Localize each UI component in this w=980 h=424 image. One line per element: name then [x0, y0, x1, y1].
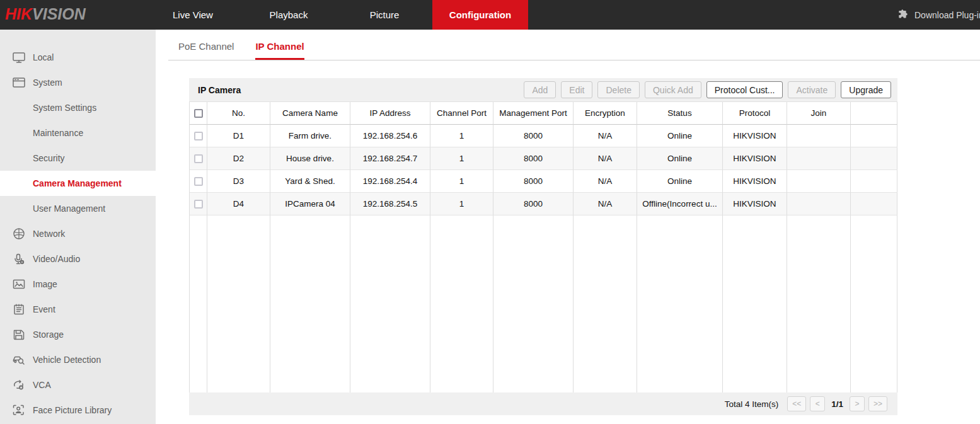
sidebar-item-video-audio[interactable]: Video/Audio: [0, 246, 156, 272]
table-row-d2[interactable]: D2House drive.192.168.254.718000N/AOnlin…: [189, 147, 897, 170]
logo-hik: HIK: [5, 5, 32, 23]
sidebar-item-network[interactable]: Network: [0, 221, 156, 246]
cell-protocol: HIKVISION: [723, 193, 787, 215]
globe-icon: [12, 227, 26, 240]
sidebar-item-label: Storage: [33, 329, 64, 340]
sidebar-item-label: Video/Audio: [33, 254, 80, 264]
sidebar-item-storage[interactable]: Storage: [0, 322, 156, 347]
cell-camera-name: Farm drive.: [270, 125, 350, 147]
row-checkbox[interactable]: [194, 154, 203, 163]
protocol-cust-button[interactable]: Protocol Cust...: [706, 81, 783, 98]
prev-page-button[interactable]: <: [810, 396, 825, 411]
column-header-ip-address: IP Address: [350, 102, 430, 125]
nav-tab-label: Playback: [270, 9, 308, 20]
last-page-button[interactable]: >>: [868, 396, 887, 411]
sidebar-item-vca[interactable]: VCA: [0, 372, 156, 398]
download-plugin[interactable]: Download Plug-in: [897, 0, 980, 30]
cell-management-port: 8000: [493, 193, 574, 215]
total-items-label: Total 4 Item(s): [725, 399, 779, 409]
empty-column: [207, 215, 270, 392]
cell-encryption: N/A: [574, 147, 637, 170]
nav-tab-picture[interactable]: Picture: [337, 0, 432, 30]
empty-column: [787, 215, 851, 392]
storage-icon: [12, 328, 26, 341]
delete-button: Delete: [597, 81, 639, 98]
quick-add-button: Quick Add: [645, 81, 701, 98]
sidebar-item-system[interactable]: System: [0, 70, 156, 95]
pager-left: <<<: [787, 396, 825, 411]
empty-column: [270, 215, 350, 392]
empty-column: [350, 215, 430, 392]
hikvision-logo: HIKVISION: [5, 5, 86, 23]
microphone-icon: [12, 253, 26, 265]
table-row-d4[interactable]: D4IPCamera 04192.168.254.518000N/AOfflin…: [189, 193, 897, 215]
first-page-button[interactable]: <<: [787, 396, 806, 411]
column-header-camera-name: Camera Name: [270, 102, 350, 125]
column-header-channel-port: Channel Port: [430, 102, 493, 125]
sidebar-item-security[interactable]: Security: [0, 146, 156, 171]
main-nav: Live ViewPlaybackPictureConfiguration: [145, 0, 528, 30]
sidebar-item-label: Security: [33, 153, 65, 163]
select-all-checkbox[interactable]: [194, 109, 203, 118]
upgrade-button[interactable]: Upgrade: [841, 81, 891, 98]
sidebar-item-label: Image: [33, 279, 57, 289]
sidebar-item-label: System Settings: [33, 103, 96, 113]
cell-management-port: 8000: [493, 125, 574, 147]
row-checkbox-cell: [190, 125, 207, 147]
row-checkbox[interactable]: [194, 177, 203, 186]
sidebar-item-label: VCA: [33, 380, 51, 390]
cell-encryption: N/A: [574, 193, 637, 215]
cell-management-port: 8000: [493, 170, 574, 193]
page: HIKVISION Live ViewPlaybackPictureConfig…: [0, 0, 980, 424]
nav-tab-configuration[interactable]: Configuration: [432, 0, 528, 30]
sidebar-item-vehicle-detection[interactable]: Vehicle Detection: [0, 347, 156, 372]
cell-management-port: 8000: [493, 147, 574, 170]
sidebar-item-system-settings[interactable]: System Settings: [0, 95, 156, 120]
channel-tabs: PoE ChannelIP Channel: [168, 30, 980, 60]
cell-no: D1: [207, 125, 270, 147]
cell-status: Online: [637, 170, 723, 193]
panel-title: IP Camera: [198, 85, 241, 95]
nav-tab-label: Picture: [370, 9, 400, 20]
sidebar-item-camera-management[interactable]: Camera Management: [0, 171, 156, 196]
row-checkbox[interactable]: [194, 132, 203, 140]
sidebar-item-event[interactable]: Event: [0, 297, 156, 322]
sidebar-item-image[interactable]: Image: [0, 272, 156, 297]
sidebar-item-label: Local: [33, 52, 54, 62]
vehicle-detection-icon: [12, 353, 26, 366]
cell-ip-address: 192.168.254.7: [350, 147, 430, 170]
cell-filler: [851, 147, 897, 170]
tab-poe-channel[interactable]: PoE Channel: [178, 41, 234, 60]
row-checkbox[interactable]: [194, 200, 203, 209]
table-header-row: No.Camera NameIP AddressChannel PortMana…: [189, 101, 897, 125]
cell-camera-name: House drive.: [270, 147, 350, 170]
next-page-button[interactable]: >: [850, 396, 865, 411]
top-navigation-bar: HIKVISION Live ViewPlaybackPictureConfig…: [0, 0, 980, 30]
tab-ip-channel[interactable]: IP Channel: [255, 41, 304, 60]
sidebar-item-face-picture-library[interactable]: Face Picture Library: [0, 398, 156, 423]
select-all-cell: [190, 102, 207, 125]
sidebar-item-label: Camera Management: [33, 178, 122, 188]
table-row-d1[interactable]: D1Farm drive.192.168.254.618000N/AOnline…: [189, 125, 897, 147]
empty-column: [430, 215, 493, 392]
sidebar: LocalSystemSystem SettingsMaintenanceSec…: [0, 30, 156, 424]
table-empty-area: [189, 215, 897, 392]
sidebar-item-local[interactable]: Local: [0, 45, 156, 70]
cell-join: [787, 170, 851, 193]
nav-tab-live-view[interactable]: Live View: [145, 0, 241, 30]
table-row-d3[interactable]: D3Yard & Shed.192.168.254.418000N/AOnlin…: [189, 170, 897, 193]
nav-tab-playback[interactable]: Playback: [241, 0, 337, 30]
empty-column: [723, 215, 787, 392]
column-header-protocol: Protocol: [723, 102, 787, 125]
cell-camera-name: Yard & Shed.: [270, 170, 350, 193]
sidebar-item-maintenance[interactable]: Maintenance: [0, 120, 156, 146]
cell-join: [787, 125, 851, 147]
sidebar-item-label: Maintenance: [33, 128, 83, 138]
sidebar-item-user-management[interactable]: User Management: [0, 196, 156, 221]
puzzle-icon: [897, 8, 909, 21]
cell-channel-port: 1: [430, 125, 493, 147]
pager-right: >>>: [850, 396, 887, 411]
sidebar-item-label: User Management: [33, 203, 105, 214]
cell-filler: [851, 193, 897, 215]
table-footer: Total 4 Item(s) <<< 1/1 >>>: [189, 392, 897, 415]
